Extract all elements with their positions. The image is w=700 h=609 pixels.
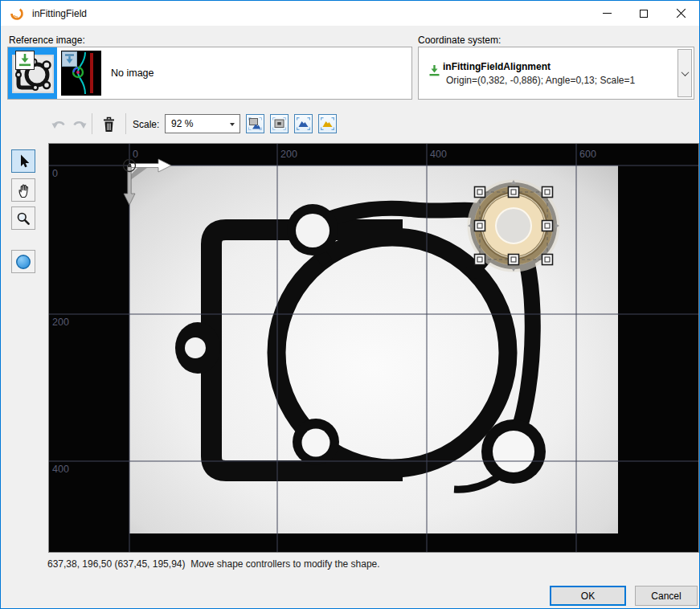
ok-button[interactable]: OK (550, 586, 626, 606)
ruler-label-x400: 400 (430, 149, 447, 160)
fit-image-icon (248, 117, 262, 130)
shape-handle[interactable] (475, 255, 485, 265)
reference-thumbnail-edges[interactable] (61, 51, 101, 96)
ruler-label-x0: 0 (133, 149, 138, 160)
redo-icon (72, 117, 88, 132)
scale-label: Scale: (133, 119, 159, 130)
reference-image-label: Reference image: (9, 35, 85, 46)
canvas-surface[interactable]: 0 200 400 600 0 200 400 (49, 144, 698, 552)
import-arrow-icon (16, 51, 34, 69)
minimize-button[interactable] (588, 1, 625, 26)
circle-tool-button[interactable] (11, 250, 35, 273)
ruler-label-x200: 200 (280, 149, 297, 160)
window-title: inFittingField (32, 8, 87, 19)
titlebar[interactable]: inFittingField (1, 1, 699, 26)
alignment-details: Origin=(0,382, -0,886); Angle=0,13; Scal… (446, 75, 635, 86)
undo-icon (51, 117, 67, 132)
zoom-tool-button[interactable] (11, 206, 35, 230)
trash-icon (102, 116, 116, 133)
magnifier-icon (15, 210, 31, 227)
reference-badge (62, 51, 77, 67)
shape-handle[interactable] (542, 187, 553, 198)
coordinate-system-combobox[interactable]: inFittingFieldAlignment Origin=(0,382, -… (418, 47, 694, 100)
cancel-button-label: Cancel (651, 591, 681, 602)
fitting-field-overlay[interactable] (468, 180, 559, 272)
redo-button[interactable] (70, 115, 89, 134)
alignment-name: inFittingFieldAlignment (443, 61, 551, 72)
pan-tool-button[interactable] (11, 178, 35, 202)
fit-primitive-button[interactable] (318, 114, 337, 133)
reference-arrow-icon (63, 52, 76, 66)
delete-shape-button[interactable] (98, 113, 119, 135)
fit-primitive-icon (321, 117, 334, 130)
actual-size-button[interactable] (270, 114, 289, 133)
minimize-icon (603, 13, 612, 14)
status-text: 637,38, 196,50 (637,45, 195,94) Move sha… (47, 558, 380, 570)
ruler-label-y200: 200 (52, 317, 69, 328)
selection-tool-button[interactable] (11, 149, 35, 173)
ok-button-label: OK (581, 591, 595, 602)
shape-handle[interactable] (509, 187, 519, 198)
ruler-label-x600: 600 (579, 149, 596, 160)
dialog-window: inFittingField Reference image: Coordina… (0, 0, 700, 609)
no-image-label: No image (111, 67, 154, 79)
fit-region-icon (297, 117, 310, 130)
alignment-icon (428, 64, 440, 78)
chevron-down-icon (681, 68, 689, 76)
ruler-label-y0: 0 (52, 168, 58, 179)
reference-thumbnail-selected[interactable] (8, 47, 57, 99)
undo-button[interactable] (49, 115, 68, 134)
shape-handle[interactable] (542, 255, 553, 265)
fit-image-button[interactable] (246, 114, 264, 133)
coordinate-dropdown-button[interactable] (677, 49, 692, 97)
actual-size-icon (272, 117, 286, 130)
scale-combobox[interactable]: 92 % (165, 114, 240, 133)
reference-image-panel: No image (7, 47, 412, 100)
shape-handle[interactable] (509, 255, 519, 265)
shape-handle[interactable] (542, 221, 553, 231)
close-button[interactable] (662, 1, 699, 26)
toolbar-separator (92, 113, 92, 134)
maximize-button[interactable] (625, 1, 662, 26)
app-logo-icon (10, 6, 24, 21)
import-image-badge (15, 51, 35, 70)
cancel-button[interactable]: Cancel (635, 586, 698, 606)
combo-arrow-icon (230, 123, 235, 126)
scale-value: 92 % (171, 118, 193, 129)
close-icon (676, 8, 686, 18)
circle-shape-icon (14, 253, 32, 271)
fit-region-button[interactable] (294, 114, 313, 133)
hand-icon (16, 182, 31, 198)
cursor-icon (15, 153, 31, 170)
maximize-icon (640, 10, 648, 18)
coordinate-system-label: Coordinate system: (418, 35, 501, 46)
ruler-label-y400: 400 (52, 464, 69, 475)
preview-canvas[interactable]: 0 200 400 600 0 200 400 (48, 143, 699, 553)
toolbar-separator (125, 113, 126, 134)
shape-handle[interactable] (475, 221, 485, 231)
shape-handle[interactable] (475, 187, 485, 198)
